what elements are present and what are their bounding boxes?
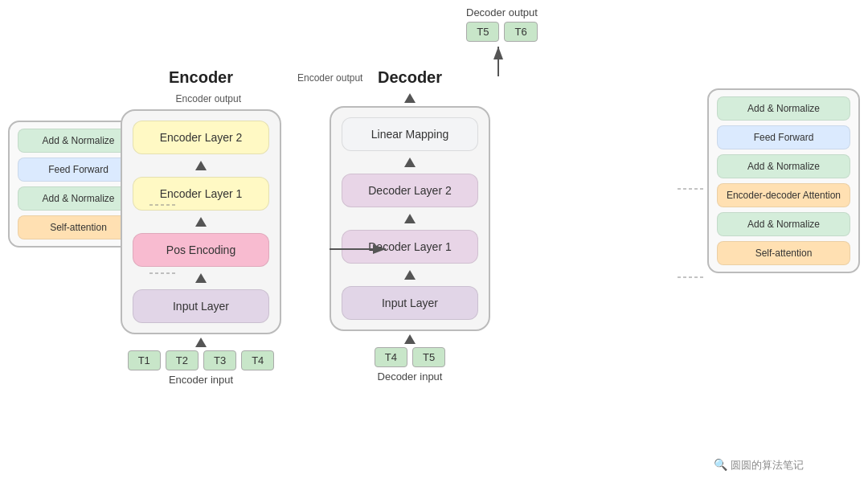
encoder-input-layer: Input Layer	[133, 289, 269, 323]
dec-detail-add-norm-3: Add & Normalize	[717, 212, 850, 236]
dec-detail-self-attention: Self-attention	[717, 241, 850, 265]
encoder-title: Encoder	[169, 68, 233, 87]
arrow-dec-tokens	[404, 334, 416, 344]
arrow-enc-2-1	[195, 161, 207, 170]
arrow-dec-1-2	[404, 214, 416, 223]
encoder-box: Encoder Layer 2 Encoder Layer 1 Pos Enco…	[121, 109, 281, 334]
decoder-output-tokens: T5 T6	[466, 22, 537, 42]
dec-detail-feed-forward: Feed Forward	[717, 125, 850, 149]
arrow-enc-tokens	[195, 338, 207, 347]
decoder-input-layer: Input Layer	[342, 286, 478, 320]
decoder-box: Linear Mapping Decoder Layer 2 Decoder L…	[330, 106, 490, 331]
encoder-layer-1: Encoder Layer 1	[133, 177, 269, 211]
arrow-enc-pos	[195, 217, 207, 227]
decoder-output-section: Decoder output T5 T6	[466, 6, 538, 42]
decoder-output-label: Decoder output	[466, 6, 538, 18]
encoder-input-label: Encoder input	[169, 374, 233, 386]
watermark: 🔍 圆圆的算法笔记	[714, 458, 804, 473]
arrow-dec-input	[404, 270, 416, 280]
enc-token-t1: T1	[128, 350, 161, 370]
main-columns: Encoder Encoder output Encoder Layer 2 E…	[121, 68, 490, 386]
enc-token-t4: T4	[241, 350, 274, 370]
dec-detail-add-norm-1: Add & Normalize	[717, 96, 850, 121]
enc-token-t2: T2	[166, 350, 199, 370]
encoder-output-label: Encoder output	[176, 93, 241, 104]
encoder-output-connector-label: Encoder output	[297, 72, 362, 84]
dec-detail-enc-dec-attn: Encoder-decoder Attention	[717, 183, 850, 207]
arrow-dec-2-linear	[404, 158, 416, 167]
decoder-column: Decoder Linear Mapping Decoder Layer 2 D…	[330, 68, 490, 383]
decoder-output-token-t5: T5	[466, 22, 499, 42]
dec-token-t4: T4	[375, 347, 407, 367]
dec-token-t5: T5	[412, 347, 445, 367]
decoder-output-token-t6: T6	[504, 22, 537, 42]
decoder-layer-1: Decoder Layer 1	[342, 230, 478, 264]
dec-detail-add-norm-2: Add & Normalize	[717, 154, 850, 178]
decoder-detail-box: Add & Normalize Feed Forward Add & Norma…	[707, 88, 860, 273]
decoder-layer-2: Decoder Layer 2	[342, 174, 478, 207]
decoder-input-tokens: T4 T5	[375, 347, 445, 367]
encoder-pos-encoding: Pos Encoding	[133, 233, 269, 267]
encoder-layer-2: Encoder Layer 2	[133, 121, 269, 154]
decoder-linear-mapping: Linear Mapping	[342, 117, 478, 151]
encoder-input-tokens: T1 T2 T3 T4	[128, 350, 275, 370]
arrow-enc-input	[195, 273, 207, 283]
arrow-dec-output	[404, 93, 416, 103]
enc-token-t3: T3	[203, 350, 236, 370]
encoder-column: Encoder Encoder output Encoder Layer 2 E…	[121, 68, 281, 386]
decoder-title: Decoder	[378, 68, 442, 87]
decoder-input-label: Decoder input	[378, 370, 443, 383]
